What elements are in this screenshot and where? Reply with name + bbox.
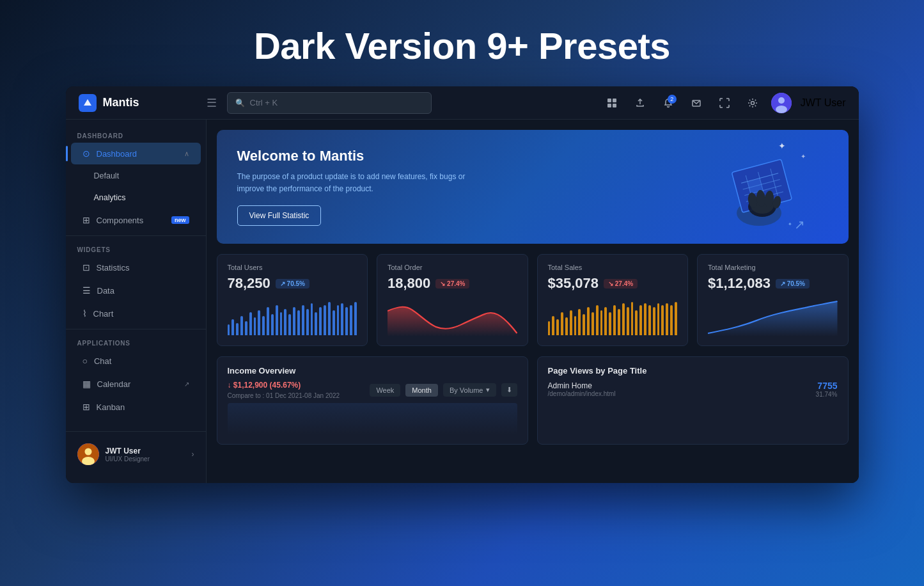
stat-card-1: Total Order 18,800 ↘ 27.4% — [377, 254, 528, 346]
svg-point-11 — [84, 448, 91, 455]
view-full-statistic-button[interactable]: View Full Statistic — [237, 205, 322, 226]
welcome-text-area: Welcome to Mantis The purpose of a produ… — [237, 148, 828, 226]
stat-label: Total Sales — [548, 264, 678, 271]
volume-label: By Volume — [450, 386, 483, 394]
sidebar-item-kanban[interactable]: ⊞ Kanban — [71, 396, 201, 418]
mail-icon[interactable] — [687, 93, 706, 113]
bell-icon[interactable]: 2 — [659, 93, 678, 113]
sidebar-item-components[interactable]: ⊞ Components new — [71, 209, 201, 231]
month-toggle[interactable]: Month — [405, 384, 438, 397]
calendar-icon: ▦ — [82, 379, 91, 389]
sidebar-label-chart: Chart — [93, 309, 114, 319]
income-chart — [228, 403, 517, 435]
page-item-title: Admin Home — [548, 381, 616, 390]
svg-rect-3 — [607, 104, 611, 107]
sidebar-label-analytics: Analytics — [94, 193, 126, 202]
welcome-title: Welcome to Mantis — [237, 148, 828, 164]
search-icon: 🔍 — [235, 99, 245, 107]
income-compare: Compare to : 01 Dec 2021-08 Jan 2022 — [228, 392, 340, 399]
svg-rect-2 — [613, 99, 616, 102]
stat-chart — [388, 298, 517, 337]
sidebar-label-kanban: Kanban — [97, 402, 125, 412]
stat-chart — [708, 298, 838, 337]
search-bar[interactable]: 🔍 Ctrl + K — [227, 92, 432, 114]
income-controls: Week Month By Volume ▾ ⬇ — [370, 383, 517, 397]
sidebar-item-analytics[interactable]: Analytics — [71, 187, 201, 208]
chevron-up-icon: ∧ — [184, 150, 189, 158]
user-info-text: JWT User UI/UX Designer — [106, 447, 150, 463]
sidebar-item-data[interactable]: ☰ Data — [71, 280, 201, 301]
sidebar-item-chart[interactable]: ⌇ Chart — [71, 303, 201, 324]
sidebar-user[interactable]: JWT User UI/UX Designer › — [66, 431, 206, 477]
logo-icon — [79, 94, 97, 112]
download-button[interactable]: ⬇ — [501, 383, 517, 397]
export-icon[interactable] — [630, 93, 650, 113]
svg-point-9 — [776, 106, 787, 113]
sidebar-item-dashboard[interactable]: ⊙ Dashboard ∧ — [71, 143, 201, 164]
components-icon: ⊞ — [82, 215, 90, 225]
stat-chart — [548, 298, 678, 337]
stat-value: 18,800 — [388, 275, 430, 292]
welcome-banner: Welcome to Mantis The purpose of a produ… — [217, 130, 849, 244]
page-headline: Dark Version 9+ Presets — [254, 0, 670, 86]
sidebar: Dashboard ⊙ Dashboard ∧ Default Analytic… — [66, 120, 207, 483]
svg-marker-0 — [84, 99, 91, 106]
sidebar-item-calendar[interactable]: ▦ Calendar ↗ — [71, 373, 201, 395]
user-name: JWT User — [801, 97, 846, 109]
svg-rect-4 — [613, 104, 616, 107]
stat-label: Total Users — [228, 264, 357, 271]
new-badge: new — [171, 216, 189, 224]
sidebar-active-indicator — [66, 146, 68, 161]
topbar: Mantis ☰ 🔍 Ctrl + K 2 — [66, 86, 859, 120]
stat-badge: ↗ 70.5% — [776, 279, 810, 289]
sidebar-section-applications: Applications — [66, 333, 206, 349]
stat-badge: ↘ 27.4% — [435, 279, 469, 289]
volume-dropdown[interactable]: By Volume ▾ — [443, 383, 496, 397]
external-link-icon: ↗ — [184, 381, 189, 388]
logo-text: Mantis — [103, 96, 139, 109]
stat-label: Total Marketing — [708, 264, 838, 271]
settings-icon[interactable] — [743, 93, 762, 113]
sidebar-item-statistics[interactable]: ⊡ Statistics — [71, 257, 201, 278]
page-views-title: Page Views by Page Title — [548, 366, 838, 376]
statistics-icon: ⊡ — [82, 262, 90, 273]
sidebar-section-dashboard: Dashboard — [66, 126, 206, 142]
search-placeholder: Ctrl + K — [250, 98, 278, 107]
main-area: Dashboard ⊙ Dashboard ∧ Default Analytic… — [66, 120, 859, 483]
data-icon: ☰ — [82, 285, 91, 296]
page-view-item: Admin Home /demo/admin/index.html 7755 3… — [548, 381, 838, 398]
sidebar-label-dashboard: Dashboard — [97, 149, 137, 159]
income-value: ↓ $1,12,900 (45.67%) — [228, 381, 340, 390]
stat-card-3: Total Marketing $1,12,083 ↗ 70.5% — [697, 254, 849, 346]
app-window: Mantis ☰ 🔍 Ctrl + K 2 — [66, 86, 859, 483]
user-chevron-icon: › — [192, 450, 194, 459]
stat-value: 78,250 — [228, 275, 270, 292]
sidebar-label-default: Default — [94, 171, 120, 180]
notification-badge: 2 — [668, 95, 677, 104]
sidebar-label-components: Components — [97, 216, 144, 225]
bottom-row: Income Overview ↓ $1,12,900 (45.67%) Com… — [217, 356, 849, 445]
page-item-pct: 31.74% — [816, 391, 838, 398]
topbar-actions: 2 — [602, 93, 846, 113]
sidebar-item-default[interactable]: Default — [71, 166, 201, 186]
week-toggle[interactable]: Week — [370, 384, 400, 397]
page-item-value: 7755 — [816, 381, 838, 391]
content-area: Welcome to Mantis The purpose of a produ… — [207, 120, 859, 483]
stat-badge: ↘ 27.4% — [604, 279, 638, 289]
logo: Mantis — [79, 94, 207, 112]
stat-card-0: Total Users 78,250 ↗ 70.5% — [217, 254, 368, 346]
sidebar-user-role: UI/UX Designer — [106, 455, 150, 463]
income-title: Income Overview — [228, 366, 517, 376]
stats-row: Total Users 78,250 ↗ 70.5% Total Order 1… — [217, 254, 849, 346]
fullscreen-icon[interactable] — [715, 93, 734, 113]
stat-badge: ↗ 70.5% — [276, 279, 309, 289]
sidebar-user-name: JWT User — [106, 447, 150, 455]
user-info-row[interactable]: JWT User UI/UX Designer › — [71, 438, 201, 470]
stat-value: $1,12,083 — [708, 275, 771, 292]
dashboard-icon: ⊙ — [82, 148, 90, 159]
sidebar-item-chat[interactable]: ○ Chat — [71, 350, 201, 372]
apps-icon[interactable] — [602, 93, 622, 113]
sidebar-label-data: Data — [97, 286, 114, 296]
hamburger-icon[interactable]: ☰ — [207, 96, 217, 110]
user-avatar — [771, 93, 792, 113]
